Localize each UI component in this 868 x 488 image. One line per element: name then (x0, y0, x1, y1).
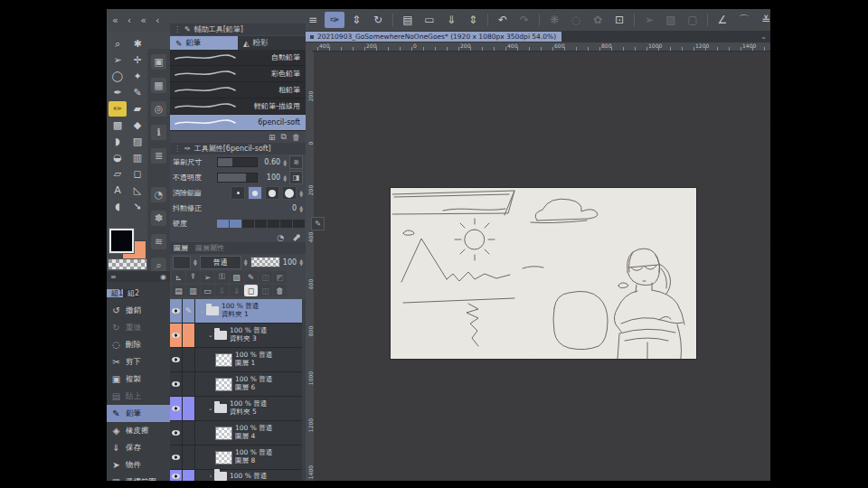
object-pick-button[interactable]: ➢ (201, 271, 214, 283)
reset-tool-property-button[interactable]: ◔ (277, 233, 284, 242)
ruler-range-button[interactable]: ◫ (259, 271, 272, 283)
hardness-segment-2[interactable] (242, 220, 255, 228)
layer-visibility-cell[interactable] (170, 348, 183, 371)
eye-icon[interactable] (172, 474, 180, 479)
quick-access-save[interactable]: ⇓保存 (107, 439, 170, 456)
brush-item[interactable]: 自動鉛筆 (170, 50, 306, 66)
decorate-button[interactable]: ✿ (588, 12, 608, 28)
quick-access-undo[interactable]: ↺撤銷 (107, 302, 170, 319)
airbrush-tool[interactable]: ▩ (108, 117, 127, 133)
antialias-strong-button[interactable] (282, 186, 297, 200)
undo-button[interactable]: ↶ (493, 12, 513, 28)
subtool-detail-button[interactable] (291, 232, 300, 243)
apply-mask-button[interactable]: ◫ (259, 285, 272, 296)
layer-edit-cell[interactable] (183, 324, 195, 347)
subtool-tab-粉彩[interactable]: ◭粉彩 (238, 36, 306, 50)
stamp-button[interactable]: ◌ (566, 12, 586, 28)
blend-mode-spinner[interactable]: ▲▼ (244, 258, 248, 266)
hardness-segment-5[interactable] (280, 220, 293, 228)
tab-list-chevron-icon[interactable]: ⌄ (760, 33, 767, 41)
clip-to-layer-below-button[interactable]: ⊾ (172, 271, 185, 283)
layer-name[interactable]: 圖層 1 (235, 360, 272, 368)
folder-expand-chevron[interactable]: › (207, 473, 214, 480)
canvas-viewport[interactable] (314, 52, 770, 481)
hardness-segment-6[interactable] (293, 220, 306, 228)
selection-tool[interactable]: ◯ (108, 69, 127, 84)
auto-select-tool[interactable]: ✦ (128, 69, 146, 84)
layer-edit-cell[interactable] (183, 397, 195, 420)
brush-size-dynamics-button[interactable]: ≋ (289, 155, 303, 169)
layer-row[interactable]: ⌄100 % 普通資料夾 5 (170, 397, 306, 421)
eye-icon[interactable] (172, 381, 180, 387)
layer-thumbnail[interactable] (215, 378, 232, 391)
quick-access-paste[interactable]: ▤貼上 (107, 388, 170, 405)
layer-thumbnail[interactable] (215, 353, 232, 367)
hardness-segment-1[interactable] (230, 220, 242, 228)
figure-tool[interactable]: ▱ (108, 166, 127, 182)
layer-edit-cell[interactable] (183, 372, 195, 396)
layer-name[interactable]: 圖層 6 (235, 384, 272, 392)
lock-transparent-button[interactable]: ▧ (230, 271, 243, 283)
pencil-tool[interactable]: ✏ (108, 101, 127, 117)
layer-row[interactable]: 100 % 普通圖層 8 (170, 446, 306, 470)
palette-display-button[interactable] (173, 256, 191, 269)
layer-visibility-cell[interactable] (170, 372, 183, 396)
marker-tool[interactable]: ▰ (128, 101, 146, 117)
gradient-tool[interactable]: ▥ (128, 150, 146, 165)
information-panel-icon[interactable]: ℹ (151, 125, 166, 140)
history-panel-icon[interactable]: ◔ (151, 187, 166, 202)
decoration-tool[interactable]: ▨ (128, 134, 146, 149)
canvas-paper[interactable] (391, 188, 696, 359)
hand-tool[interactable]: ✱ (128, 36, 146, 52)
tab-layer-property[interactable]: 圖層屬性 (195, 243, 224, 253)
eye-icon[interactable] (172, 357, 180, 362)
brush-item[interactable]: 粗鉛筆 (170, 82, 306, 99)
timeline-panel-icon[interactable]: ≣ (151, 148, 166, 164)
opacity-dynamics-button[interactable]: ◨ (289, 171, 303, 184)
opacity-slider[interactable] (217, 173, 258, 183)
layer-visibility-cell[interactable] (170, 421, 183, 445)
layer-name[interactable]: 圖層 8 (235, 457, 272, 465)
document-tab[interactable]: 20210903_GoSomewhereNoOneGoes* (1920 x 1… (305, 32, 561, 42)
text-tool[interactable]: A (108, 183, 127, 198)
draft-layer-button[interactable]: ✎ (244, 271, 258, 283)
merge-down-button[interactable]: ⇓ (230, 285, 243, 296)
quick-access-redo[interactable]: ↻重做 (107, 319, 170, 336)
opacity-value[interactable]: 100 (260, 174, 280, 182)
invert-selection-button[interactable]: ▧ (661, 12, 681, 28)
eye-icon[interactable] (172, 308, 180, 314)
inking-pen-tool[interactable]: ✎ (128, 85, 146, 100)
dock-collapse-icon-0[interactable]: « (112, 14, 118, 26)
snap-to-grid-button[interactable]: ≚ (756, 12, 770, 28)
hardness-settings-button[interactable]: ✎ (311, 217, 325, 230)
sub-view-panel-icon[interactable]: ▦ (151, 78, 166, 93)
antialias-spinner[interactable]: ▲▼ (299, 190, 303, 197)
snap-to-special-ruler-button[interactable]: ⌒ (734, 12, 754, 28)
layer-search-panel-icon[interactable]: ≋ (151, 234, 166, 249)
layer-row[interactable]: ⌄100 % 普通資料夾 3 (170, 324, 306, 348)
quick-access-eraser[interactable]: ◈橡皮擦 (107, 422, 170, 439)
transparent-color-swatch[interactable] (108, 258, 147, 270)
layer-edit-cell[interactable] (183, 348, 195, 371)
balloon-tool[interactable]: ◖ (108, 199, 127, 214)
layer-row[interactable]: 100 % 普通圖層 1 (170, 348, 306, 372)
layer-visibility-cell[interactable] (170, 446, 183, 469)
quick-access-delete[interactable]: ◌刪除 (107, 336, 170, 353)
reset-display-button[interactable]: ↻ (368, 12, 388, 28)
crop-button[interactable]: ⊡ (609, 12, 629, 28)
layer-thumbnail[interactable] (215, 451, 232, 465)
layer-name[interactable]: 資料夾 5 (230, 408, 267, 417)
stabilization-value[interactable]: 0 (277, 204, 297, 212)
dock-collapse-icon-2[interactable]: « (140, 14, 146, 26)
eye-icon[interactable] (172, 333, 180, 338)
ruler-tool[interactable]: ◺ (128, 183, 146, 198)
folder-expand-chevron[interactable]: ⌄ (207, 405, 214, 412)
brush-item[interactable]: 輕鉛筆-描線用 (170, 99, 306, 115)
main-menu-button[interactable]: ≡ (303, 12, 323, 28)
correct-line-tool[interactable]: ➘ (128, 199, 146, 214)
save-options-button[interactable]: ⇕ (463, 12, 483, 28)
layer-visibility-cell[interactable] (170, 299, 183, 323)
filter-button[interactable]: ❋ (544, 12, 564, 28)
tool-switch-button[interactable]: ✑ (325, 12, 344, 28)
tool-prev-next-button[interactable]: ⇕ (346, 12, 366, 28)
